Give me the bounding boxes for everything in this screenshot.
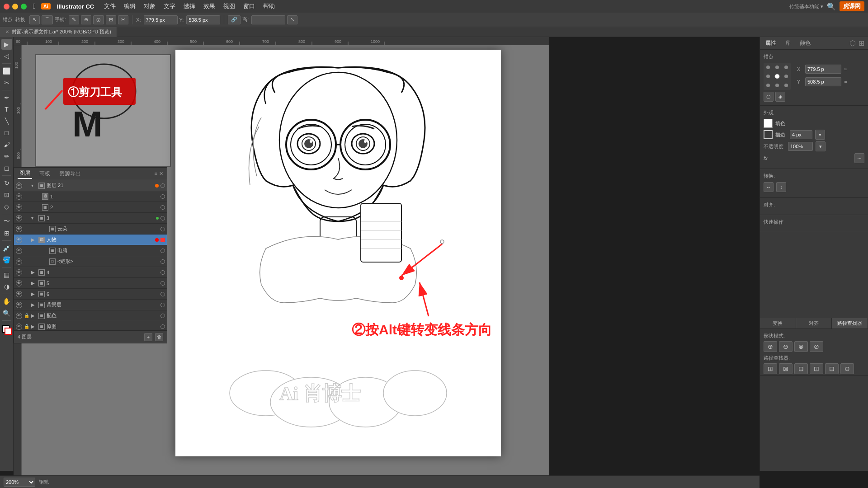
new-layer-btn[interactable]: + [144,333,152,341]
layer-eye-4[interactable]: 👁 [16,269,22,276]
line-tool[interactable]: ╲ [1,116,12,127]
layer-row-config[interactable]: 👁 🔒 ▶ ▦ 配色 [14,310,167,321]
layer-visibility-3[interactable] [160,216,165,221]
layer-eye-5[interactable]: 👁 [16,280,22,286]
layer-visibility-config[interactable] [160,314,165,318]
link-btn[interactable]: 🔗 [228,15,241,24]
layer-row-rect[interactable]: 👁 □ <矩形> [14,256,167,267]
layer-row-cloud[interactable]: 👁 ▦ 云朵 [14,224,167,235]
rpanel-flip-v-btn[interactable]: ↕ [776,182,786,192]
workspace-selector[interactable]: 传统基本功能 ▾ [789,3,823,10]
layer-eye-3[interactable]: 👁 [16,215,22,221]
rpanel-grid-icon[interactable]: ⊞ [859,39,864,47]
layer-lock-original[interactable]: 🔒 [24,324,29,329]
pencil-tool[interactable]: ✏ [1,151,12,162]
layer-visibility-6[interactable] [160,292,165,296]
rpanel-expand-icon[interactable]: ⬡ [849,39,856,47]
menu-object[interactable]: 对象 [140,1,159,11]
stroke-swatch[interactable] [764,130,773,139]
direct-select-tool[interactable]: ◁ [1,51,12,61]
transform-btn2[interactable]: ⌒ [42,15,53,24]
shape-tool[interactable]: □ [1,127,12,138]
panel-close-btn[interactable]: ✕ [159,171,163,177]
fill-swatch[interactable] [764,119,773,128]
menu-file[interactable]: 文件 [100,1,119,11]
delete-layer-btn[interactable]: 🗑 [155,333,163,341]
layer-eye-computer[interactable]: 👁 [16,248,22,254]
minimize-button[interactable] [12,4,18,9]
search-icon[interactable]: 🔍 [827,2,836,11]
zoom-selector[interactable]: 200% 100% 150% 50% [4,478,35,487]
blend-tool[interactable]: ◑ [1,281,12,292]
minus-front-btn[interactable]: ⊖ [779,341,793,352]
rpanel-fx-options-btn[interactable]: ··· [854,153,864,163]
rpanel-stroke-options-btn[interactable]: ▾ [815,130,825,140]
layer-eye-original[interactable]: 👁 [16,324,22,330]
hand-tool[interactable]: ✋ [1,296,12,307]
layer-row-2[interactable]: 👁 ▦ 2 [14,202,167,213]
tab-close[interactable]: ✕ [5,29,9,34]
type-tool[interactable]: T [1,104,12,115]
layer-expand-4[interactable]: ▶ [31,270,37,275]
layer-eye-bg[interactable]: 👁 [16,302,22,308]
tab-asset-export[interactable]: 资源导出 [57,169,83,178]
layer-row-4[interactable]: 👁 ▶ ▦ 4 [14,267,167,278]
tab-gaiban[interactable]: 高板 [38,169,52,178]
layer-lock-config[interactable]: 🔒 [24,313,29,318]
scissors-btn[interactable]: ✂ [118,15,128,24]
layer-visibility-1[interactable] [160,194,165,199]
layer-row-3[interactable]: 👁 ▾ ▦ 3 [14,213,167,224]
layer-eye-21[interactable]: 👁 [16,183,22,189]
rpanel-smooth-anchor-btn[interactable]: ◈ [775,92,785,102]
rpanel-tab-library[interactable]: 库 [783,38,793,48]
layer-eye-1[interactable]: 👁 [16,193,22,200]
tab-layers[interactable]: 图层 [18,169,32,179]
layer-expand-config[interactable]: ▶ [31,313,37,318]
layer-row-person[interactable]: 👁 ▶ 🖼 人物 [14,235,167,245]
rpanel-y-input[interactable] [805,77,841,86]
intersect-btn[interactable]: ⊗ [794,341,808,352]
fullscreen-button[interactable] [21,4,27,9]
menu-window[interactable]: 窗口 [240,1,259,11]
menu-help[interactable]: 帮助 [259,1,278,11]
layer-expand-5[interactable]: ▶ [31,281,37,286]
menu-select[interactable]: 选择 [180,1,199,11]
layer-visibility-bg[interactable] [160,303,165,307]
select-tool[interactable]: ▶ [1,39,12,50]
free-transform-tool[interactable]: ⊞ [1,228,12,239]
anchor-type-btn[interactable]: ⊞ [106,15,116,24]
transform-btn1[interactable]: ↖ [29,15,40,24]
document-tab[interactable]: ✕ 封面-演示源文件1.ai* 200% (RGB/GPU 预览) [0,27,117,37]
rpanel-tab-properties[interactable]: 属性 [764,38,778,48]
rotate-tool[interactable]: ↻ [1,178,12,188]
pen-tool[interactable]: ✒ [1,92,12,103]
tab-transform[interactable]: 变换 [760,318,796,328]
layer-row-computer[interactable]: 👁 ▦ 电脑 [14,245,167,256]
artboard-tool[interactable]: ⬜ [1,66,12,76]
slice-tool[interactable]: ✂ [1,77,12,88]
trim-btn[interactable]: ⊠ [779,363,793,374]
pen-btn1[interactable]: ✎ [69,15,79,24]
outline-btn[interactable]: ⊟ [825,363,839,374]
divide-btn[interactable]: ⊞ [764,363,777,374]
rpanel-opacity-options-btn[interactable]: ▾ [816,141,826,151]
tab-align[interactable]: 对齐 [796,318,832,328]
rpanel-opacity-value[interactable] [788,142,813,151]
layer-visibility-original[interactable] [160,324,165,329]
layer-expand-original[interactable]: ▶ [31,324,37,329]
layer-eye-config[interactable]: 👁 [16,313,22,319]
layer-eye-2[interactable]: 👁 [16,204,22,211]
eraser-tool[interactable]: ◻ [1,163,12,174]
layer-eye-rect[interactable]: 👁 [16,258,22,265]
x-input[interactable] [144,15,178,24]
layer-expand-21[interactable]: ▾ [31,183,37,188]
layer-expand-bg[interactable]: ▶ [31,302,37,307]
layer-expand-person[interactable]: ▶ [31,237,37,242]
y-input[interactable] [186,15,220,24]
pen-btn2[interactable]: ⊕ [81,15,91,24]
rpanel-tab-color[interactable]: 颜色 [798,38,812,48]
paintbrush-tool[interactable]: 🖌 [1,139,12,150]
resize-btn[interactable]: ⤡ [287,15,297,24]
layer-row-1[interactable]: 👁 🖼 1 [14,191,167,202]
crop-btn[interactable]: ⊡ [810,363,823,374]
